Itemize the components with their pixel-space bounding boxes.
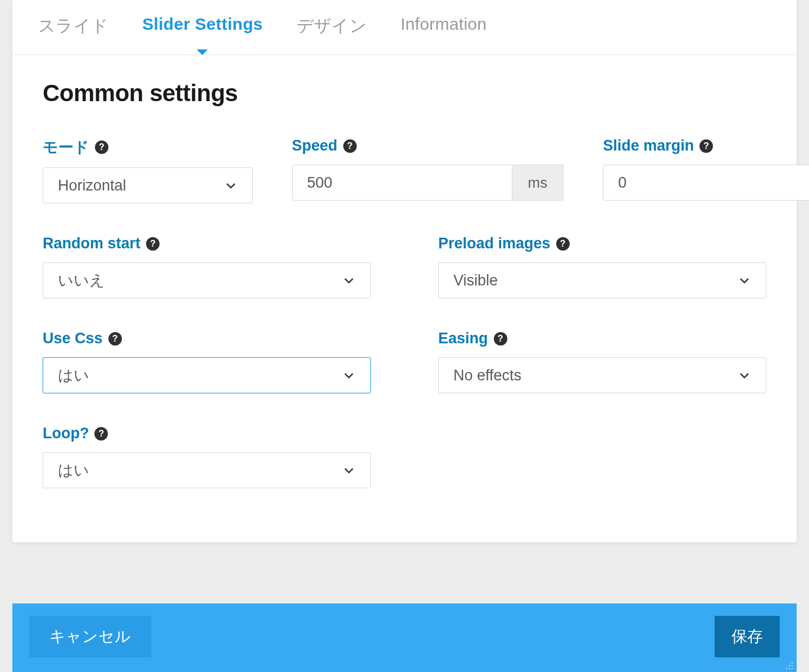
tab-slides[interactable]: スライド (38, 15, 108, 55)
field-use-css: Use Css ? はい (43, 330, 371, 393)
field-easing: Easing ? No effects (438, 330, 766, 393)
input-speed-group: ms (292, 165, 564, 201)
label-random-start: Random start ? (43, 235, 371, 252)
resize-grip-icon[interactable] (784, 660, 794, 670)
label-mode: モード ? (43, 137, 253, 157)
label-use-css: Use Css ? (43, 330, 371, 347)
chevron-down-icon (224, 179, 238, 192)
field-slide-margin: Slide margin ? px (603, 137, 809, 203)
chevron-down-icon (738, 274, 751, 287)
cancel-button[interactable]: キャンセル (29, 616, 151, 657)
label-speed-text: Speed (292, 137, 338, 155)
modal-footer: キャンセル 保存 (12, 603, 797, 672)
select-preload-images[interactable]: Visible (438, 262, 766, 298)
label-easing-text: Easing (438, 330, 488, 347)
help-icon[interactable]: ? (146, 237, 160, 251)
label-slide-margin-text: Slide margin (603, 137, 694, 155)
addon-speed-unit: ms (512, 165, 563, 200)
field-loop: Loop? ? はい (43, 425, 371, 488)
tab-design[interactable]: デザイン (297, 15, 367, 55)
chevron-down-icon (342, 369, 356, 382)
chevron-down-icon (342, 464, 356, 477)
field-random-start: Random start ? いいえ (43, 235, 371, 298)
tabs: スライド Slider Settings デザイン Information (12, 0, 797, 55)
svg-point-3 (786, 668, 788, 670)
section-title: Common settings (43, 80, 766, 107)
help-icon[interactable]: ? (343, 139, 357, 153)
select-easing-value: No effects (453, 367, 738, 384)
select-use-css[interactable]: はい (43, 357, 371, 393)
help-icon[interactable]: ? (95, 140, 108, 154)
input-slide-margin-group: px (603, 165, 809, 201)
label-loop: Loop? ? (43, 425, 371, 442)
tab-information[interactable]: Information (401, 15, 487, 55)
field-speed: Speed ? ms (292, 137, 564, 203)
select-random-start[interactable]: いいえ (43, 262, 371, 298)
label-speed: Speed ? (292, 137, 564, 155)
svg-point-0 (792, 668, 793, 670)
content: Common settings モード ? Horizontal Speed ? (12, 55, 797, 542)
label-easing: Easing ? (438, 330, 766, 347)
svg-point-5 (792, 662, 793, 664)
save-button[interactable]: 保存 (715, 616, 780, 657)
chevron-down-icon (342, 274, 356, 287)
field-mode: モード ? Horizontal (43, 137, 253, 203)
tab-slider-settings[interactable]: Slider Settings (142, 15, 263, 55)
label-preload-images-text: Preload images (438, 235, 551, 252)
select-loop-value: はい (58, 460, 342, 480)
label-slide-margin: Slide margin ? (603, 137, 809, 155)
select-preload-images-value: Visible (453, 272, 738, 289)
label-use-css-text: Use Css (43, 330, 103, 347)
help-icon[interactable]: ? (494, 332, 507, 346)
input-speed[interactable] (293, 165, 512, 200)
chevron-down-icon (738, 369, 751, 382)
modal-body: スライド Slider Settings デザイン Information Co… (12, 0, 797, 542)
label-preload-images: Preload images ? (438, 235, 766, 252)
field-preload-images: Preload images ? Visible (438, 235, 766, 298)
help-icon[interactable]: ? (699, 139, 713, 153)
label-random-start-text: Random start (43, 235, 140, 252)
input-slide-margin[interactable] (603, 165, 809, 200)
label-loop-text: Loop? (43, 425, 89, 442)
select-loop[interactable]: はい (43, 452, 371, 488)
svg-point-2 (792, 665, 793, 667)
select-mode-value: Horizontal (58, 177, 224, 194)
select-mode[interactable]: Horizontal (43, 167, 253, 203)
help-icon[interactable]: ? (94, 427, 108, 441)
help-icon[interactable]: ? (556, 237, 570, 251)
select-random-start-value: いいえ (58, 270, 342, 290)
label-mode-text: モード (43, 137, 89, 157)
svg-point-4 (789, 665, 790, 667)
svg-point-1 (789, 668, 790, 670)
select-easing[interactable]: No effects (438, 357, 766, 393)
select-use-css-value: はい (58, 365, 342, 385)
help-icon[interactable]: ? (108, 332, 122, 346)
